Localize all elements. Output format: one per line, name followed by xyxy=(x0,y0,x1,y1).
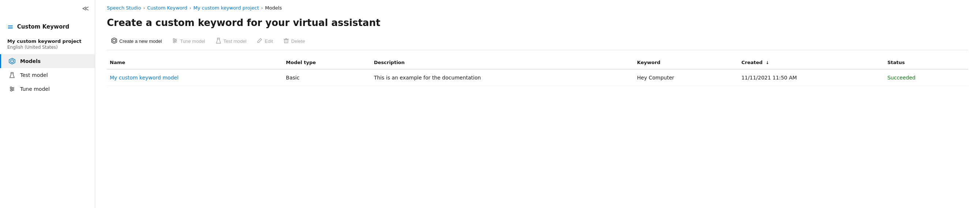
breadcrumb-sep-2: › xyxy=(189,5,191,11)
svg-marker-0 xyxy=(9,58,15,64)
model-keyword: Hey Computer xyxy=(634,69,738,86)
test-icon xyxy=(216,38,221,45)
table-header-row: Name Model type Description Keyword Crea… xyxy=(107,56,968,69)
svg-point-8 xyxy=(11,90,12,91)
col-name: Name xyxy=(107,56,283,69)
col-created[interactable]: Created ↓ xyxy=(738,56,885,69)
model-status: Succeeded xyxy=(885,69,968,86)
breadcrumb-speech-studio[interactable]: Speech Studio xyxy=(107,5,141,11)
sort-desc-icon: ↓ xyxy=(765,61,769,65)
models-icon xyxy=(8,58,16,64)
project-name: My custom keyword project xyxy=(7,38,88,44)
sidebar-collapse-button[interactable]: ≪ xyxy=(0,0,95,16)
breadcrumb-sep-1: › xyxy=(143,5,145,11)
sidebar-item-tune-model[interactable]: Tune model xyxy=(0,82,95,96)
sidebar-logo: ≡ Custom Keyword xyxy=(0,16,95,34)
svg-point-16 xyxy=(173,42,175,43)
create-new-model-label: Create a new model xyxy=(119,38,162,44)
sidebar-nav: Models Test model xyxy=(0,54,95,96)
svg-point-7 xyxy=(12,88,14,90)
sidebar-item-test-model[interactable]: Test model xyxy=(0,68,95,82)
col-model-type: Model type xyxy=(283,56,371,69)
sidebar-project: My custom keyword project English (Unite… xyxy=(0,34,95,51)
main-content: Speech Studio › Custom Keyword › My cust… xyxy=(95,0,980,208)
breadcrumb: Speech Studio › Custom Keyword › My cust… xyxy=(107,0,968,17)
model-created: 11/11/2021 11:50 AM xyxy=(738,69,885,86)
model-type: Basic xyxy=(283,69,371,86)
svg-marker-1 xyxy=(11,60,14,62)
toolbar: Create a new model Tune model xyxy=(107,35,968,50)
test-model-label: Test model xyxy=(224,38,247,44)
model-name-link[interactable]: My custom keyword model xyxy=(107,69,283,86)
tune-model-icon xyxy=(8,86,16,92)
edit-button[interactable]: Edit xyxy=(252,35,277,47)
breadcrumb-project[interactable]: My custom keyword project xyxy=(194,5,259,11)
sidebar-item-label-tune-model: Tune model xyxy=(20,86,50,92)
delete-label: Delete xyxy=(291,38,305,44)
create-model-icon xyxy=(111,38,117,45)
svg-rect-18 xyxy=(284,40,288,43)
model-description: This is an example for the documentation xyxy=(371,69,634,86)
edit-label: Edit xyxy=(264,38,273,44)
sidebar-item-label-models: Models xyxy=(20,58,41,64)
tune-model-label: Tune model xyxy=(180,38,205,44)
edit-icon xyxy=(256,38,262,45)
svg-point-6 xyxy=(10,87,12,88)
sidebar: ≪ ≡ Custom Keyword My custom keyword pro… xyxy=(0,0,95,208)
page-title: Create a custom keyword for your virtual… xyxy=(107,17,968,28)
models-table: Name Model type Description Keyword Crea… xyxy=(107,56,968,86)
svg-point-14 xyxy=(173,38,175,40)
breadcrumb-custom-keyword[interactable]: Custom Keyword xyxy=(147,5,187,11)
svg-marker-10 xyxy=(113,39,116,42)
menu-icon: ≡ xyxy=(7,22,14,31)
svg-marker-9 xyxy=(111,38,117,43)
create-new-model-button[interactable]: Create a new model xyxy=(107,35,166,47)
test-model-icon xyxy=(8,72,16,78)
sidebar-item-label-test-model: Test model xyxy=(20,72,48,78)
tune-icon xyxy=(172,38,178,45)
project-locale: English (United States) xyxy=(7,45,88,50)
breadcrumb-current: Models xyxy=(265,5,282,11)
breadcrumb-sep-3: › xyxy=(261,5,263,11)
delete-button[interactable]: Delete xyxy=(279,35,310,47)
tune-model-button[interactable]: Tune model xyxy=(168,35,209,47)
svg-point-15 xyxy=(175,40,177,42)
delete-icon xyxy=(283,38,289,45)
sidebar-item-models[interactable]: Models xyxy=(0,54,95,68)
sidebar-title: Custom Keyword xyxy=(17,24,70,30)
test-model-button[interactable]: Test model xyxy=(211,35,251,47)
col-status: Status xyxy=(885,56,968,69)
table-row: My custom keyword model Basic This is an… xyxy=(107,69,968,86)
col-keyword: Keyword xyxy=(634,56,738,69)
col-description: Description xyxy=(371,56,634,69)
